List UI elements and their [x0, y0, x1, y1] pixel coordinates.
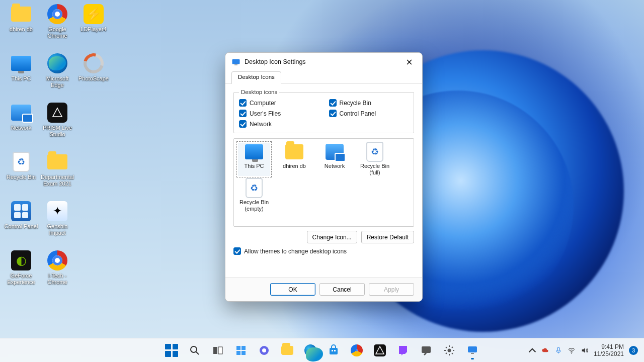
folder-icon [46, 151, 68, 173]
taskbar-chrome[interactable] [346, 340, 367, 360]
photo-icon [83, 52, 105, 74]
allow-themes-checkbox[interactable]: Allow themes to change desktop icons [233, 247, 414, 255]
icon-tile[interactable]: Network [318, 143, 351, 176]
desktop-icon-label: Genshin Impact [40, 223, 75, 236]
desktop-icon[interactable]: ♻Recycle Bin [3, 151, 39, 196]
chrome-icon [46, 249, 68, 272]
taskbar-start[interactable] [161, 340, 182, 360]
allow-themes-label: Allow themes to change desktop icons [244, 248, 347, 255]
icon-tile[interactable]: This PC [238, 143, 270, 176]
system-tray[interactable]: 9:41 PM 11/25/2021 3 [528, 338, 644, 362]
desktop-icon[interactable]: This PC [3, 52, 39, 98]
taskbar-prism[interactable] [369, 340, 390, 360]
icon-tile[interactable]: dhiren db [278, 143, 310, 176]
taskbar-edge[interactable] [300, 340, 321, 360]
checkbox-control-panel[interactable]: Control Panel [329, 110, 409, 117]
taskbar-explorer[interactable] [277, 340, 298, 360]
recycle-icon: ♻ [366, 143, 384, 161]
microphone-icon[interactable] [554, 346, 562, 354]
clock[interactable]: 9:41 PM 11/25/2021 [594, 343, 624, 357]
desktop-icon[interactable]: ◐GeForce Experience [3, 249, 39, 295]
desktop-icon-label: I-Tech - Chrome [40, 273, 75, 286]
taskbar-store[interactable] [323, 340, 344, 360]
desktop-icon-settings-dialog: Desktop Icon Settings Desktop Icons Desk… [225, 52, 423, 302]
checkbox-network[interactable]: Network [239, 120, 319, 128]
svg-rect-6 [242, 346, 246, 350]
dialog-body: Desktop icons ComputerRecycle BinUser's … [225, 84, 422, 277]
desktop-icon[interactable]: Departmental Exam 2021 [39, 151, 75, 196]
wifi-icon[interactable] [568, 346, 576, 354]
recycle-icon: ♻ [10, 151, 32, 173]
svg-point-2 [191, 346, 197, 352]
taskbar-twitch[interactable] [392, 340, 414, 360]
volume-icon[interactable] [581, 346, 589, 354]
dialog-titlebar[interactable]: Desktop Icon Settings [225, 53, 422, 71]
close-button[interactable] [400, 55, 418, 69]
tray-chevron-up-icon[interactable] [528, 346, 536, 354]
checkbox-computer[interactable]: Computer [239, 99, 319, 107]
checkbox-recycle-bin[interactable]: Recycle Bin [329, 99, 409, 107]
desktop-icon-label: PRISM Live Studio [40, 125, 75, 138]
svg-rect-14 [422, 346, 431, 353]
tab-desktop-icons[interactable]: Desktop Icons [231, 71, 281, 84]
folder-icon [285, 143, 303, 161]
desktop-icon-label: Microsoft Edge [40, 75, 75, 88]
svg-rect-5 [236, 346, 240, 350]
taskbar-widgets[interactable] [230, 340, 252, 360]
svg-rect-16 [468, 346, 477, 352]
taskbar-search[interactable] [184, 340, 205, 360]
icon-preview-list[interactable]: This PCdhiren dbNetwork♻Recycle Bin (ful… [233, 138, 414, 227]
desktop-icon[interactable]: PRISM Live Studio [39, 102, 75, 147]
desktop-icon-label: Google Chrome [40, 26, 75, 39]
net-icon [326, 143, 344, 161]
checkbox-user-s-files[interactable]: User's Files [239, 110, 319, 117]
monitor-icon [245, 143, 263, 161]
taskbar: 9:41 PM 11/25/2021 3 [0, 338, 644, 362]
ld-icon: ⚡ [83, 3, 105, 25]
desktop-icon[interactable]: Network [3, 102, 39, 147]
folder-icon [10, 3, 32, 25]
svg-rect-0 [232, 59, 240, 64]
monitor-icon [10, 52, 32, 74]
genshin-icon: ✦ [46, 200, 68, 222]
desktop-icon[interactable]: dhiren db [3, 3, 39, 48]
taskbar-taskview[interactable] [207, 340, 228, 360]
change-icon-button[interactable]: Change Icon... [307, 231, 357, 243]
dialog-app-icon [231, 57, 240, 66]
dialog-button-row: OK Cancel Apply [225, 277, 422, 301]
desktop-icon[interactable]: ⚡LDPlayer4 [75, 3, 112, 48]
ok-button[interactable]: OK [270, 283, 315, 296]
desktop-icon-label: LDPlayer4 [80, 26, 106, 33]
desktop-icon-label: Network [11, 125, 31, 131]
desktop-icon[interactable]: PhotoScape [75, 52, 112, 98]
onedrive-icon[interactable] [541, 346, 549, 354]
taskbar-settings[interactable] [439, 340, 460, 360]
restore-default-button[interactable]: Restore Default [361, 231, 414, 243]
desktop-icon-label: Recycle Bin [7, 174, 36, 180]
desktop-icon[interactable]: Control Panel [3, 200, 39, 245]
desktop-icon[interactable]: Google Chrome [39, 3, 75, 48]
desktop-icon-label: dhiren db [10, 26, 33, 33]
svg-point-15 [448, 348, 451, 352]
notification-badge[interactable]: 3 [629, 346, 638, 355]
cancel-button[interactable]: Cancel [319, 283, 365, 296]
taskbar-display[interactable] [462, 340, 483, 360]
desktop-icon[interactable]: ✦Genshin Impact [39, 200, 75, 245]
clock-time: 9:41 PM [594, 343, 624, 350]
apply-button[interactable]: Apply [369, 283, 414, 296]
group-legend: Desktop icons [239, 89, 279, 95]
icon-tile[interactable]: ♻Recycle Bin (empty) [238, 179, 270, 212]
taskbar-chat2[interactable] [416, 340, 437, 360]
desktop-icon-label: This PC [11, 75, 31, 82]
chrome-icon [46, 3, 68, 25]
prism-icon [46, 102, 68, 124]
desktop-icon[interactable]: Microsoft Edge [39, 52, 75, 98]
svg-rect-4 [218, 347, 222, 354]
recycle-icon: ♻ [245, 179, 263, 197]
desktop-icon-label: Control Panel [5, 223, 38, 230]
taskbar-chat[interactable] [254, 340, 275, 360]
dialog-title: Desktop Icon Settings [245, 58, 400, 65]
icon-tile[interactable]: ♻Recycle Bin (full) [359, 143, 391, 176]
svg-rect-13 [334, 350, 336, 351]
desktop-icon[interactable]: I-Tech - Chrome [39, 249, 75, 295]
